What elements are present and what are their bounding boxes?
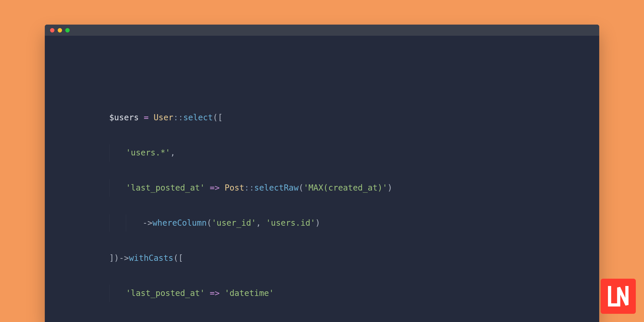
indent-guide <box>109 214 126 232</box>
token-string: 'MAX(created_at)' <box>304 183 388 193</box>
indent-guide <box>109 285 126 302</box>
token-scope: :: <box>244 183 254 193</box>
token-string: 'users.*' <box>126 148 170 157</box>
token-punct: ]) <box>109 253 119 263</box>
code-line-4: ->whereColumn('user_id', 'users.id') <box>109 214 599 232</box>
code-line-1: $users = User::select([ <box>109 109 599 126</box>
token-punct: , <box>170 148 175 157</box>
code-line-7: ])->get(); <box>109 320 599 322</box>
indent-guide <box>126 214 143 232</box>
code-line-2: 'users.*', <box>109 144 599 162</box>
traffic-light-minimize-icon[interactable] <box>58 28 62 32</box>
window-titlebar <box>45 25 599 36</box>
token-punct: ([ <box>173 253 183 263</box>
token-class: Post <box>225 183 244 193</box>
token-string: 'last_posted_at' <box>126 183 205 193</box>
token-method: whereColumn <box>153 218 207 228</box>
code-line-6: 'last_posted_at' => 'datetime' <box>109 285 599 302</box>
code-line-5: ])->withCasts([ <box>109 249 599 267</box>
token-method: withCasts <box>129 253 173 263</box>
brand-logo <box>601 279 636 314</box>
token-string: 'users.id' <box>266 218 315 228</box>
token-punct: , <box>256 218 266 228</box>
indent-guide <box>109 179 126 197</box>
token-arrow: -> <box>119 253 129 263</box>
token-punct: ( <box>207 218 212 228</box>
token-scope: :: <box>173 113 183 122</box>
token-method: selectRaw <box>254 183 299 193</box>
code-window: $users = User::select([ 'users.*', 'last… <box>45 25 599 322</box>
traffic-light-close-icon[interactable] <box>50 28 54 32</box>
token-arrow-fat: => <box>205 288 225 298</box>
token-assign: = <box>139 113 154 122</box>
token-class: User <box>154 113 173 122</box>
logo-ln-icon <box>607 285 630 308</box>
indent-guide <box>109 144 126 162</box>
token-method: select <box>183 113 213 122</box>
token-string: 'user_id' <box>212 218 256 228</box>
token-punct: ([ <box>213 113 223 122</box>
traffic-light-zoom-icon[interactable] <box>65 28 70 32</box>
token-punct: ( <box>299 183 304 193</box>
token-arrow-fat: => <box>205 183 225 193</box>
token-variable: $users <box>109 113 139 122</box>
token-string: 'datetime' <box>225 288 274 298</box>
code-line-3: 'last_posted_at' => Post::selectRaw('MAX… <box>109 179 599 197</box>
token-arrow: -> <box>143 218 153 228</box>
stage: $users = User::select([ 'users.*', 'last… <box>0 0 644 322</box>
token-punct: ) <box>387 183 392 193</box>
token-punct: ) <box>315 218 320 228</box>
token-string: 'last_posted_at' <box>126 288 205 298</box>
code-editor: $users = User::select([ 'users.*', 'last… <box>45 36 599 322</box>
